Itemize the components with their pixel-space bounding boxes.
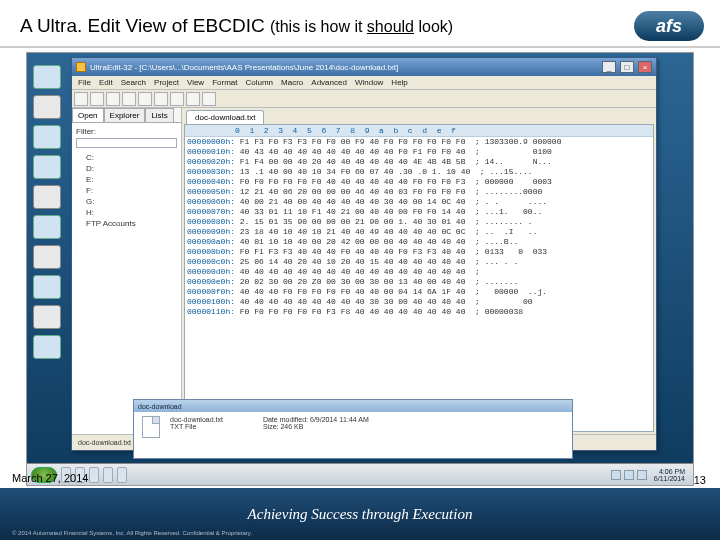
taskbar-button[interactable] bbox=[103, 467, 113, 483]
toolbar-button[interactable] bbox=[138, 92, 152, 106]
toolbar-button[interactable] bbox=[154, 92, 168, 106]
afs-logo: afs bbox=[634, 11, 704, 41]
taskbar: 4:06 PM 6/11/2014 bbox=[27, 463, 693, 485]
desktop-icon[interactable] bbox=[33, 335, 61, 359]
title-underlined: should bbox=[367, 18, 414, 35]
file-name: doc-download.txt bbox=[170, 416, 223, 423]
clock[interactable]: 4:06 PM 6/11/2014 bbox=[650, 468, 689, 482]
toolbar-button[interactable] bbox=[122, 92, 136, 106]
file-size: Size: 246 KB bbox=[263, 423, 369, 430]
tray-icon[interactable] bbox=[611, 470, 621, 480]
explorer-window: doc-download doc-download.txt TXT File D… bbox=[133, 399, 573, 459]
system-tray: 4:06 PM 6/11/2014 bbox=[611, 468, 689, 482]
footer-tagline: Achieving Success through Execution bbox=[0, 506, 720, 523]
window-title: UltraEdit-32 - [C:\Users\...\Documents\A… bbox=[90, 63, 598, 72]
window-titlebar[interactable]: UltraEdit-32 - [C:\Users\...\Documents\A… bbox=[72, 58, 656, 76]
hex-line: 00000040h: F0 F0 F0 F0 F0 F0 40 40 40 40… bbox=[185, 177, 653, 187]
slide-footer: March 27, 2014 © 2014 Automated Financia… bbox=[0, 488, 720, 540]
ultraedit-window: UltraEdit-32 - [C:\Users\...\Documents\A… bbox=[71, 57, 657, 451]
toolbar-button[interactable] bbox=[106, 92, 120, 106]
hex-line: 00000110h: F0 F0 F0 F0 F0 F0 F3 F8 40 40… bbox=[185, 307, 653, 317]
hex-line: 00000000h: F1 F3 F0 F3 F3 F0 F0 00 F9 40… bbox=[185, 137, 653, 147]
footer-date: March 27, 2014 bbox=[12, 472, 88, 484]
hex-line: 000000f0h: 40 40 40 F0 F0 F0 F0 F0 40 40… bbox=[185, 287, 653, 297]
menu-item[interactable]: Search bbox=[121, 78, 146, 87]
file-type: TXT File bbox=[170, 423, 223, 430]
hex-line: 00000010h: 40 43 40 40 40 40 40 40 40 40… bbox=[185, 147, 653, 157]
hex-line: 000000c0h: 25 06 14 40 20 40 10 20 40 15… bbox=[185, 257, 653, 267]
hex-line: 00000100h: 40 40 40 40 40 40 40 40 40 30… bbox=[185, 297, 653, 307]
desktop-icon[interactable] bbox=[33, 275, 61, 299]
panel-tab-open[interactable]: Open bbox=[72, 108, 104, 122]
menu-item[interactable]: File bbox=[78, 78, 91, 87]
hex-line: 00000030h: 13 .1 40 00 40 10 34 F0 60 07… bbox=[185, 167, 653, 177]
menu-item[interactable]: Format bbox=[212, 78, 237, 87]
hex-line: 00000060h: 40 00 21 40 00 40 40 40 40 40… bbox=[185, 197, 653, 207]
title-main: A Ultra. Edit View of EBCDIC bbox=[20, 15, 270, 36]
minimize-button[interactable]: _ bbox=[602, 61, 616, 73]
hex-line: 00000020h: F1 F4 00 00 40 20 40 40 40 40… bbox=[185, 157, 653, 167]
title-paren-post: look) bbox=[414, 18, 453, 35]
desktop-icon[interactable] bbox=[33, 305, 61, 329]
menu-item[interactable]: Macro bbox=[281, 78, 303, 87]
hex-view[interactable]: 0 1 2 3 4 5 6 7 8 9 a b c d e f 00000000… bbox=[184, 124, 654, 432]
tree-item[interactable]: E: bbox=[76, 174, 177, 185]
taskbar-button[interactable] bbox=[117, 467, 127, 483]
tree-item[interactable]: D: bbox=[76, 163, 177, 174]
desktop-icon[interactable] bbox=[33, 245, 61, 269]
footer-copyright: © 2014 Automated Financial Systems, Inc.… bbox=[12, 530, 252, 536]
file-tab[interactable]: doc-download.txt bbox=[186, 110, 264, 124]
tree-item[interactable]: H: bbox=[76, 207, 177, 218]
taskbar-button[interactable] bbox=[89, 467, 99, 483]
menu-item[interactable]: Help bbox=[391, 78, 407, 87]
filter-input[interactable] bbox=[76, 138, 177, 148]
editor-area: doc-download.txt 0 1 2 3 4 5 6 7 8 9 a b… bbox=[182, 108, 656, 434]
menu-item[interactable]: View bbox=[187, 78, 204, 87]
hex-line: 00000090h: 23 18 40 10 40 10 21 40 40 49… bbox=[185, 227, 653, 237]
clock-date: 6/11/2014 bbox=[654, 475, 685, 482]
desktop-icons bbox=[33, 59, 73, 365]
hex-header: 0 1 2 3 4 5 6 7 8 9 a b c d e f bbox=[185, 125, 653, 137]
close-button[interactable]: × bbox=[638, 61, 652, 73]
menu-bar: File Edit Search Project View Format Col… bbox=[72, 76, 656, 90]
menu-item[interactable]: Project bbox=[154, 78, 179, 87]
page-number: 13 bbox=[694, 474, 706, 486]
side-panel: Open Explorer Lists Filter: C: D: E: F: … bbox=[72, 108, 182, 434]
panel-tab-lists[interactable]: Lists bbox=[145, 108, 173, 122]
tray-icon[interactable] bbox=[637, 470, 647, 480]
toolbar-button[interactable] bbox=[170, 92, 184, 106]
desktop-icon[interactable] bbox=[33, 155, 61, 179]
tree-item[interactable]: F: bbox=[76, 185, 177, 196]
app-icon bbox=[76, 62, 86, 72]
hex-line: 000000b0h: F0 F1 F3 F3 40 40 40 F0 40 40… bbox=[185, 247, 653, 257]
menu-item[interactable]: Column bbox=[246, 78, 274, 87]
desktop-icon[interactable] bbox=[33, 215, 61, 239]
toolbar bbox=[72, 90, 656, 108]
title-paren-pre: (this is how it bbox=[270, 18, 367, 35]
hex-line: 00000070h: 40 33 01 11 10 F1 40 21 00 40… bbox=[185, 207, 653, 217]
hex-line: 00000080h: 2. 15 01 35 90 00 00 00 21 90… bbox=[185, 217, 653, 227]
hex-line: 000000a0h: 40 01 10 10 40 00 20 42 00 00… bbox=[185, 237, 653, 247]
tree-item[interactable]: G: bbox=[76, 196, 177, 207]
toolbar-button[interactable] bbox=[202, 92, 216, 106]
tray-icon[interactable] bbox=[624, 470, 634, 480]
desktop-icon[interactable] bbox=[33, 65, 61, 89]
screenshot-area: UltraEdit-32 - [C:\Users\...\Documents\A… bbox=[26, 52, 694, 486]
filter-label: Filter: bbox=[76, 127, 177, 136]
desktop-icon[interactable] bbox=[33, 95, 61, 119]
file-icon[interactable] bbox=[142, 416, 160, 438]
tree-item[interactable]: FTP Accounts bbox=[76, 218, 177, 229]
desktop-icon[interactable] bbox=[33, 125, 61, 149]
panel-tab-explorer[interactable]: Explorer bbox=[104, 108, 146, 122]
toolbar-button[interactable] bbox=[186, 92, 200, 106]
toolbar-button[interactable] bbox=[90, 92, 104, 106]
menu-item[interactable]: Advanced bbox=[311, 78, 347, 87]
explorer-title[interactable]: doc-download bbox=[134, 400, 572, 412]
tree-item[interactable]: C: bbox=[76, 152, 177, 163]
desktop-icon[interactable] bbox=[33, 185, 61, 209]
menu-item[interactable]: Edit bbox=[99, 78, 113, 87]
maximize-button[interactable]: □ bbox=[620, 61, 634, 73]
menu-item[interactable]: Window bbox=[355, 78, 383, 87]
toolbar-button[interactable] bbox=[74, 92, 88, 106]
status-seg: doc-download.txt bbox=[78, 439, 131, 446]
